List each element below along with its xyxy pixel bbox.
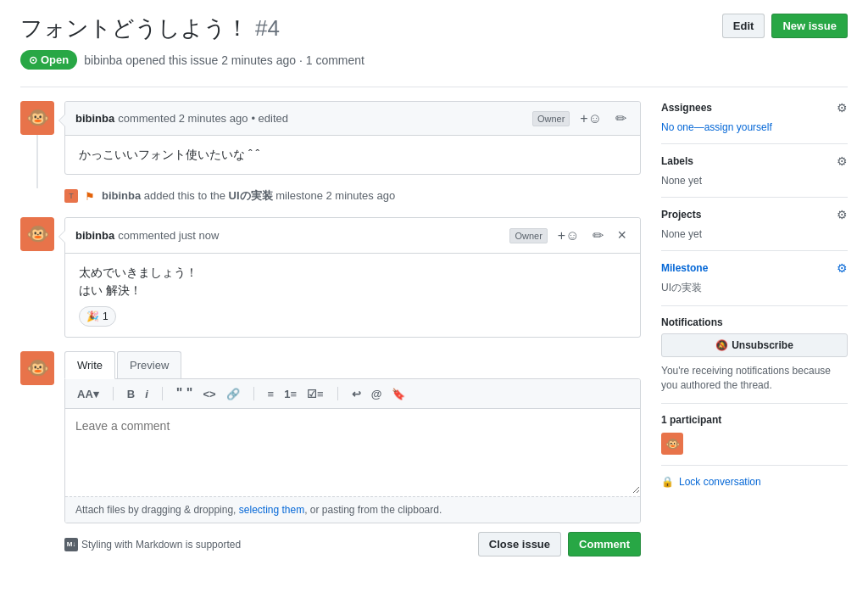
quote-button[interactable]: " " [173,384,197,403]
block-group: " " <> 🔗 [173,384,243,403]
comment-textarea[interactable] [65,409,640,494]
comment-header-1: bibinba commented 2 minutes ago • edited… [65,102,640,136]
lock-section[interactable]: 🔒 Lock conversation [661,466,848,488]
issue-meta-text: bibinba opened this issue 2 minutes ago … [84,53,364,67]
close-issue-button[interactable]: Close issue [478,532,561,556]
edit-comment-button-1[interactable]: ✏ [612,109,630,128]
heading-button[interactable]: AA▾ [74,386,103,402]
milestone-event-text: bibinba added this to the UIの実装 mileston… [102,188,395,204]
assignees-value[interactable]: No one—assign yourself [661,121,772,133]
assignees-title: Assignees [661,102,712,114]
owner-badge-2: Owner [509,228,547,243]
markdown-note: M↓ Styling with Markdown is supported [64,538,241,551]
preview-tab[interactable]: Preview [117,351,181,378]
comment-item-1: 🐵 bibinba commented 2 minutes ago • edit… [20,101,641,175]
comment-time-2: commented just now [118,229,219,242]
sidebar: Assignees ⚙ No one—assign yourself Label… [661,101,848,556]
projects-title: Projects [661,209,701,221]
comment-body-line1: 太めでいきましょう！ [79,264,626,282]
ordered-list-button[interactable]: 1≡ [281,386,300,402]
owner-badge-1: Owner [532,111,570,126]
text-size-group: AA▾ [74,386,103,402]
comment-time-1: commented 2 minutes ago [118,112,248,125]
comment-box-2: bibinba commented just now Owner +☺ ✏ × … [64,217,641,338]
comment-author-1[interactable]: bibinba [75,112,114,125]
milestone-gear-icon[interactable]: ⚙ [837,261,848,275]
lock-icon: 🔒 [661,476,674,488]
labels-section: Labels ⚙ None yet [661,144,848,198]
comment-item-2: 🐵 bibinba commented just now Owner +☺ ✏ [20,217,641,338]
emoji-reaction-button-1[interactable]: +☺ [576,109,605,128]
header-buttons: Edit New issue [722,14,848,38]
participant-avatar-1[interactable]: 🐵 [661,433,683,455]
reaction-emoji: 🎉 [86,309,99,324]
comment-body-2: 太めでいきましょう！ はい 解決！ 🎉 1 [65,254,640,337]
participants-section: 1 participant 🐵 [661,404,848,466]
edit-button[interactable]: Edit [722,14,765,38]
milestone-value: UIの実装 [661,282,702,294]
reaction-badge[interactable]: 🎉 1 [79,306,116,327]
issue-meta: ⊙ Open bibinba opened this issue 2 minut… [20,50,848,70]
issue-header: フォントどうしよう！ #4 Edit New issue [20,14,848,43]
notifications-section: Notifications 🔕 Unsubscribe You're recei… [661,306,848,404]
timeline: 🐵 bibinba commented 2 minutes ago • edit… [20,101,641,556]
participants-title: 1 participant [661,414,848,426]
reply-button[interactable]: ↩ [348,386,364,402]
list-group: ≡ 1≡ ☑≡ [264,386,327,402]
attach-note: Attach files by dragging & dropping, sel… [65,496,640,523]
close-comment-button-2[interactable]: × [614,225,630,246]
attach-text-prefix: Attach files by dragging & dropping, [75,504,239,516]
milestone-event-avatar: T [64,189,78,203]
mention-button[interactable]: @ [368,386,386,402]
reference-button[interactable]: 🔖 [388,386,409,402]
edit-comment-button-2[interactable]: ✏ [589,226,607,245]
comment-body-line2: はい 解決！ [79,282,626,299]
unsubscribe-button[interactable]: 🔕 Unsubscribe [661,333,848,357]
issue-number: #4 [255,15,280,42]
assignees-gear-icon[interactable]: ⚙ [837,101,848,115]
link-button[interactable]: 🔗 [223,386,243,402]
code-button[interactable]: <> [199,386,219,402]
comment-form: 🐵 Write Preview AA▾ [20,351,641,556]
open-circle-icon: ⊙ [29,54,37,66]
milestone-section: Milestone ⚙ UIの実装 [661,251,848,306]
attach-text-suffix: , or pasting from the clipboard. [304,504,442,516]
issue-title-container: フォントどうしよう！ #4 [20,14,280,43]
bell-off-icon: 🔕 [715,339,728,351]
projects-section: Projects ⚙ None yet [661,198,848,251]
notifications-text: You're receiving notifications because y… [661,364,848,393]
emoji-reaction-button-2[interactable]: +☺ [554,226,583,245]
unordered-list-button[interactable]: ≡ [264,386,278,402]
status-badge: ⊙ Open [20,50,77,70]
comment-form-wrapper: AA▾ B i " " <> [64,378,641,523]
assignees-section: Assignees ⚙ No one—assign yourself [661,101,848,144]
milestone-event: T ⚑ bibinba added this to the UIの実装 mile… [64,188,641,204]
comment-toolbar: AA▾ B i " " <> [65,379,640,409]
comment-form-footer: M↓ Styling with Markdown is supported Cl… [64,532,641,556]
new-issue-button[interactable]: New issue [771,14,848,38]
labels-value: None yet [661,175,702,187]
avatar-1: 🐵 [20,101,54,135]
commenter-avatar: 🐵 [20,351,54,385]
comment-submit-button[interactable]: Comment [568,532,641,556]
unsubscribe-label: Unsubscribe [732,339,793,351]
comment-box-1: bibinba commented 2 minutes ago • edited… [64,101,641,175]
italic-button[interactable]: i [142,386,152,402]
labels-title: Labels [661,155,693,167]
attach-link[interactable]: selecting them [239,504,304,516]
issue-title: フォントどうしよう！ [20,14,248,43]
bold-button[interactable]: B [124,386,138,402]
misc-group: ↩ @ 🔖 [348,386,409,402]
comment-edited-1: • edited [251,112,288,125]
comment-body-text-1: かっこいいフォント使いたいな ˆ ˆ [79,148,259,161]
task-list-button[interactable]: ☑≡ [303,386,327,402]
notifications-title: Notifications [661,316,723,328]
projects-gear-icon[interactable]: ⚙ [837,208,848,221]
avatar-2: 🐵 [20,217,54,251]
labels-gear-icon[interactable]: ⚙ [837,154,848,168]
write-tab[interactable]: Write [64,351,115,379]
markdown-icon: M↓ [64,538,78,551]
comment-body-1: かっこいいフォント使いたいな ˆ ˆ [65,136,640,174]
comment-author-2[interactable]: bibinba [75,229,114,242]
main-layout: 🐵 bibinba commented 2 minutes ago • edit… [20,101,848,556]
